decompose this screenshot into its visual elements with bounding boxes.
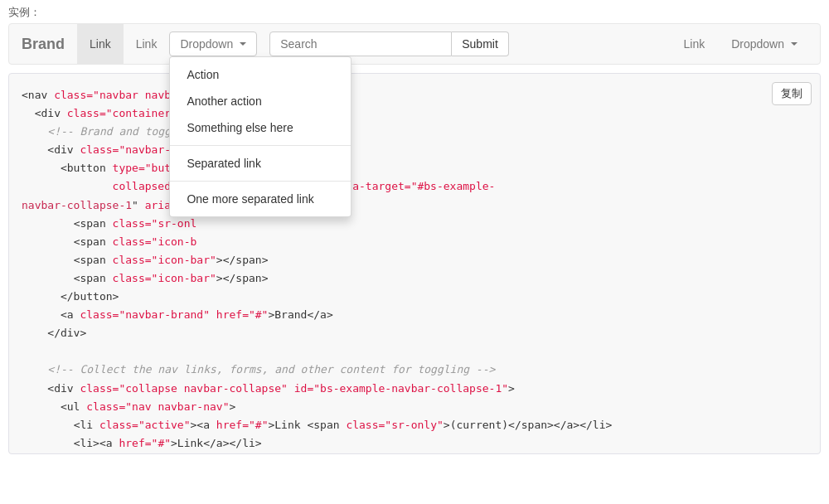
code-block: <nav class="navbar navbar-d <div class="… (22, 86, 807, 454)
dropdown-container: Dropdown Action Another action Something… (169, 32, 257, 56)
submit-button[interactable]: Submit (452, 32, 509, 56)
dropdown-item-action[interactable]: Action (170, 61, 351, 88)
dropdown-divider-1 (170, 145, 351, 146)
right-dropdown-label: Dropdown (731, 37, 784, 51)
right-nav-link[interactable]: Link (671, 23, 717, 65)
dropdown-item-something-else[interactable]: Something else here (170, 114, 351, 141)
navbar-brand[interactable]: Brand (22, 23, 77, 65)
right-caret-icon (791, 42, 797, 46)
search-input[interactable] (269, 32, 452, 56)
search-form: Submit (269, 32, 509, 56)
dropdown-label: Dropdown (180, 37, 233, 51)
dropdown-item-separated-link[interactable]: Separated link (170, 150, 351, 177)
dropdown-toggle-button[interactable]: Dropdown (169, 32, 257, 56)
copy-button[interactable]: 复制 (772, 82, 812, 105)
dropdown-item-one-more[interactable]: One more separated link (170, 186, 351, 212)
nav-link-2[interactable]: Link (124, 23, 170, 65)
navbar-right: Link Dropdown (671, 23, 807, 65)
example-label: 实例： (0, 0, 829, 23)
dropdown-menu: Action Another action Something else her… (169, 56, 351, 217)
code-area: 复制 <nav class="navbar navbar-d <div clas… (8, 73, 821, 454)
dropdown-divider-2 (170, 181, 351, 182)
nav-link-1[interactable]: Link (77, 23, 124, 65)
caret-icon (240, 42, 246, 46)
navbar: Brand Link Link Dropdown Action Another … (8, 23, 821, 65)
right-dropdown-toggle[interactable]: Dropdown (721, 32, 807, 56)
dropdown-item-another-action[interactable]: Another action (170, 88, 351, 114)
